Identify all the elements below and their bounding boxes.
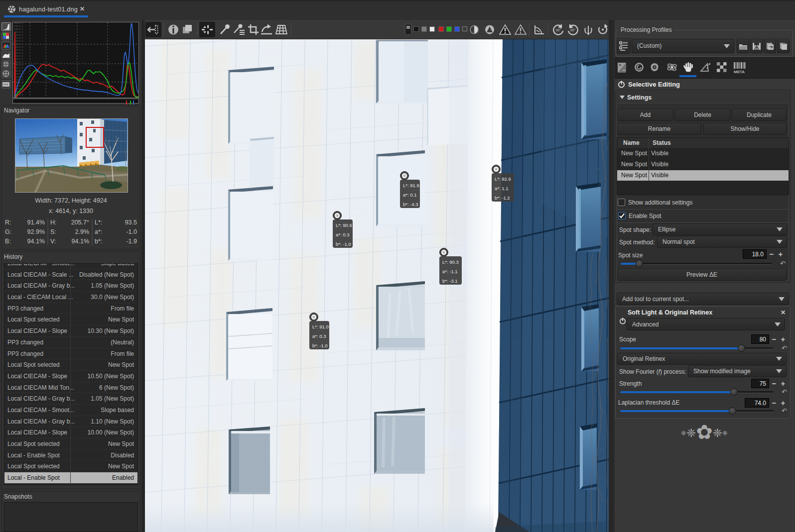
- svg-text:94.1%: 94.1%: [72, 238, 89, 245]
- svg-text:L*: 91.9: L*: 91.9: [403, 183, 419, 188]
- svg-text:a*: 1.1: a*: 1.1: [495, 186, 508, 191]
- svg-text:b*:: b*:: [95, 238, 102, 245]
- svg-text:90°: 90°: [556, 28, 561, 32]
- svg-text:S:: S:: [50, 228, 56, 235]
- svg-text:L*: 92.6: L*: 92.6: [495, 176, 511, 182]
- svg-text:L*: 90.3: L*: 90.3: [442, 259, 459, 265]
- svg-text:G:: G:: [5, 228, 11, 235]
- svg-text:b*: -1.0: b*: -1.0: [336, 241, 351, 247]
- svg-text:a*: -1.1: a*: -1.1: [442, 269, 458, 274]
- svg-text:2.9%: 2.9%: [75, 228, 90, 235]
- svg-text:a*: 0.3: a*: 0.3: [312, 333, 326, 339]
- svg-text:b*: -1.0: b*: -1.0: [312, 343, 328, 348]
- svg-text:94.1%: 94.1%: [27, 238, 45, 245]
- svg-text:−: −: [623, 68, 625, 73]
- svg-text:L*: 90.6: L*: 90.6: [336, 222, 352, 228]
- svg-text:H:: H:: [50, 219, 57, 226]
- svg-text:V:: V:: [50, 238, 56, 245]
- svg-text:b*: -3.1: b*: -3.1: [442, 278, 458, 284]
- svg-text:a*: 0.3: a*: 0.3: [336, 232, 349, 237]
- svg-text:90°: 90°: [570, 28, 576, 32]
- svg-text:93.5: 93.5: [125, 219, 137, 226]
- svg-text:L*: 91.0: L*: 91.0: [312, 324, 329, 329]
- svg-text:-1.0: -1.0: [126, 228, 137, 235]
- svg-text:L*:: L*:: [95, 219, 102, 226]
- svg-text:92.9%: 92.9%: [27, 228, 45, 235]
- svg-text:205.7°: 205.7°: [71, 219, 89, 226]
- svg-text:a*: 0.1: a*: 0.1: [403, 192, 416, 198]
- svg-text:a*:: a*:: [95, 228, 102, 235]
- svg-text:-1.9: -1.9: [126, 238, 137, 245]
- svg-text:+: +: [619, 63, 621, 68]
- svg-text:R:: R:: [5, 219, 11, 226]
- svg-text:91.4%: 91.4%: [27, 219, 45, 226]
- svg-text:b*: -1.2: b*: -1.2: [495, 195, 510, 201]
- svg-text:b*: -4.3: b*: -4.3: [403, 202, 418, 207]
- svg-text:META: META: [734, 70, 745, 74]
- svg-text:B:: B:: [5, 238, 11, 245]
